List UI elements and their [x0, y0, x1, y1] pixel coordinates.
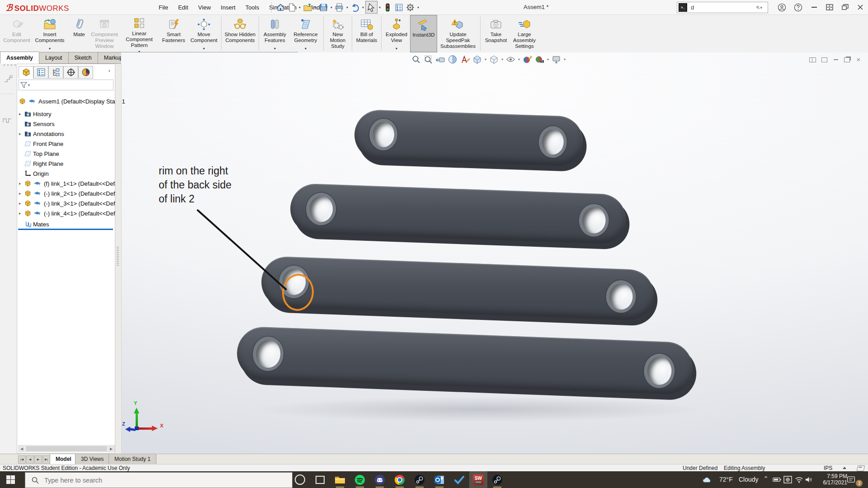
- splitter-grip[interactable]: [117, 247, 119, 266]
- expand-arrow-icon[interactable]: [19, 131, 24, 136]
- property-manager-tab[interactable]: [33, 66, 48, 79]
- minimize-button[interactable]: [808, 3, 820, 12]
- chevron-down-icon[interactable]: [485, 57, 486, 61]
- home-button[interactable]: [275, 1, 286, 13]
- link-1-part[interactable]: [236, 326, 693, 395]
- restore-button[interactable]: [839, 3, 851, 12]
- chevron-down-icon[interactable]: [28, 83, 30, 87]
- chevron-down-icon[interactable]: [416, 5, 420, 9]
- tree-horizontal-scrollbar[interactable]: [18, 445, 115, 452]
- mate-button[interactable]: Mate: [69, 15, 90, 52]
- expand-arrow-icon[interactable]: [19, 112, 24, 116]
- last-tab-button[interactable]: [42, 455, 50, 464]
- zoom-to-area-button[interactable]: [424, 55, 433, 64]
- steam-chat-button[interactable]: [491, 474, 503, 485]
- search-icon[interactable]: [756, 3, 768, 12]
- single-pane-button[interactable]: [819, 56, 829, 63]
- rebuild-button[interactable]: [382, 1, 393, 13]
- update-speedpak-button[interactable]: Update SpeedPak Subassemblies: [437, 15, 479, 52]
- tree-root-assembly[interactable]: Assem1 (Default<Display State-1: [19, 97, 125, 106]
- print-button[interactable]: [334, 1, 345, 13]
- tree-item-link-1[interactable]: (f) link_1<1> (Default<<Defa: [19, 179, 118, 188]
- view-settings-button[interactable]: [552, 55, 561, 64]
- graphics-viewport[interactable]: rim on the right of the back side of lin…: [121, 52, 868, 454]
- section-view-button[interactable]: [448, 55, 458, 64]
- chevron-down-icon[interactable]: [501, 57, 503, 61]
- sketch-annotation-view-button[interactable]: [460, 55, 470, 64]
- volume-icon[interactable]: [804, 475, 813, 484]
- chevron-down-icon[interactable]: [329, 5, 334, 9]
- taskbar-clock[interactable]: 7:59 PM 6/17/2021: [823, 473, 847, 486]
- discord-button[interactable]: [374, 474, 385, 485]
- panel-tab-overflow-arrow[interactable]: [108, 68, 110, 73]
- move-component-button[interactable]: Move Component: [188, 15, 220, 52]
- panel-splitter[interactable]: [115, 64, 122, 454]
- tree-item-sensors[interactable]: Sensors: [24, 119, 55, 128]
- featuremanager-tree-tab[interactable]: [19, 66, 33, 79]
- menu-insert[interactable]: Insert: [216, 0, 241, 14]
- menu-tools[interactable]: Tools: [241, 0, 264, 14]
- menu-view[interactable]: View: [193, 0, 216, 14]
- next-tab-button[interactable]: [34, 455, 42, 464]
- save-button[interactable]: [318, 1, 329, 13]
- zoom-to-fit-button[interactable]: [411, 55, 421, 64]
- weather-temperature[interactable]: 72°F: [719, 476, 733, 483]
- tree-item-mates[interactable]: Mates: [24, 220, 49, 229]
- assembly-features-button[interactable]: Assembly Features: [260, 15, 289, 52]
- dimxpert-manager-tab[interactable]: [63, 66, 78, 79]
- chevron-down-icon[interactable]: [313, 5, 318, 9]
- chevron-down-icon[interactable]: [305, 45, 307, 52]
- scroll-left-arrow[interactable]: [19, 446, 25, 452]
- chevron-down-icon[interactable]: [547, 57, 549, 61]
- take-snapshot-button[interactable]: Take Snapshot: [482, 15, 510, 52]
- collapsed-pattern-icon[interactable]: [4, 75, 14, 84]
- chevron-down-icon[interactable]: [377, 5, 382, 9]
- menu-file[interactable]: File: [154, 0, 173, 14]
- tree-item-front-plane[interactable]: Front Plane: [24, 139, 63, 148]
- expand-arrow-icon[interactable]: [19, 211, 24, 216]
- weather-condition[interactable]: Cloudy: [739, 476, 759, 483]
- link-4-part[interactable]: [354, 109, 583, 167]
- notification-center-button[interactable]: [846, 475, 855, 484]
- chevron-down-icon[interactable]: [564, 57, 566, 61]
- battery-icon[interactable]: [772, 475, 781, 484]
- link-3-part[interactable]: [289, 183, 626, 244]
- tab-3d-views[interactable]: 3D Views: [75, 454, 109, 465]
- chevron-down-icon[interactable]: [396, 45, 397, 52]
- configuration-manager-tab[interactable]: [48, 66, 63, 79]
- account-button[interactable]: [776, 3, 788, 12]
- chevron-down-icon[interactable]: [49, 45, 51, 52]
- steam-button[interactable]: [414, 474, 425, 485]
- menu-edit[interactable]: Edit: [173, 0, 193, 14]
- chevron-down-icon[interactable]: [274, 45, 276, 52]
- new-document-button[interactable]: [286, 1, 297, 13]
- close-button[interactable]: [854, 3, 866, 12]
- weather-cloud-icon[interactable]: [702, 475, 711, 484]
- edit-appearance-button[interactable]: [523, 55, 532, 64]
- hide-show-items-button[interactable]: [506, 55, 515, 64]
- expand-arrow-icon[interactable]: [19, 201, 24, 206]
- first-tab-button[interactable]: [18, 455, 26, 464]
- undo-button[interactable]: [349, 1, 361, 13]
- cortana-button[interactable]: [294, 474, 306, 485]
- expand-arrow-icon[interactable]: [19, 191, 24, 196]
- exploded-view-button[interactable]: Exploded View: [383, 15, 410, 52]
- chevron-down-icon[interactable]: [361, 5, 365, 9]
- chevron-down-icon[interactable]: [345, 5, 349, 9]
- file-properties-button[interactable]: [393, 1, 405, 13]
- scroll-right-arrow[interactable]: [108, 446, 114, 452]
- reference-geometry-button[interactable]: Reference Geometry: [289, 15, 322, 52]
- show-hidden-components-button[interactable]: Show Hidden Components: [223, 15, 257, 52]
- previous-view-button[interactable]: [436, 55, 445, 64]
- taskbar-search[interactable]: [25, 472, 292, 488]
- select-tool-button[interactable]: [365, 1, 377, 14]
- options-button[interactable]: [405, 1, 416, 13]
- collapsed-sketch-icon[interactable]: [3, 117, 12, 123]
- tag-icon[interactable]: [857, 465, 865, 471]
- link-2-part[interactable]: [260, 256, 655, 321]
- doc-close-button[interactable]: [854, 56, 863, 63]
- help-button[interactable]: [792, 3, 804, 12]
- file-explorer-button[interactable]: [334, 474, 345, 485]
- split-view-button[interactable]: [824, 3, 835, 12]
- new-motion-study-button[interactable]: New Motion Study: [325, 15, 350, 52]
